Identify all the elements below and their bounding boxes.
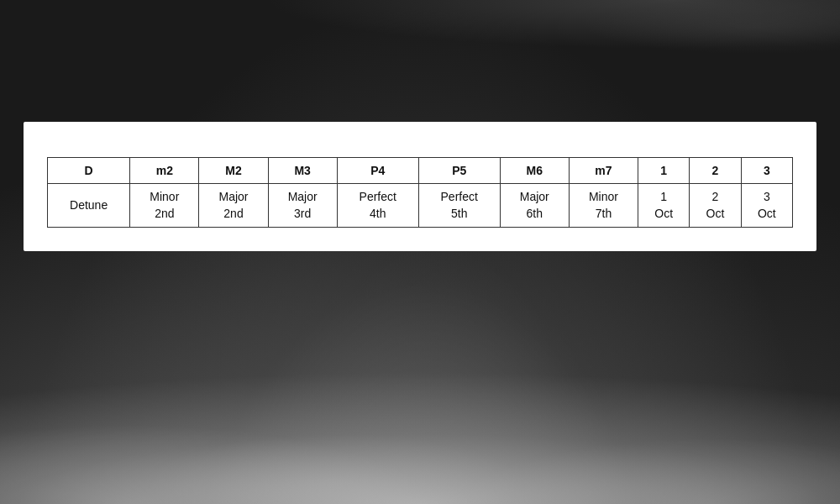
table-row: DetuneMinor2ndMajor2ndMajor3rdPerfect4th… [48, 184, 793, 228]
table-header-cell: M3 [268, 158, 337, 184]
table-header-cell: 2 [690, 158, 741, 184]
table-cell: 2Oct [690, 184, 741, 228]
table-header-cell: m2 [130, 158, 199, 184]
interval-table: Dm2M2M3P4P5M6m7123 DetuneMinor2ndMajor2n… [47, 157, 793, 228]
info-card: Dm2M2M3P4P5M6m7123 DetuneMinor2ndMajor2n… [24, 122, 816, 251]
table-cell: 1Oct [638, 184, 690, 228]
table-header-cell: D [48, 158, 130, 184]
table-cell: Perfect5th [418, 184, 500, 228]
table-header-cell: m7 [569, 158, 638, 184]
table-body: DetuneMinor2ndMajor2ndMajor3rdPerfect4th… [48, 184, 793, 228]
table-cell: Detune [48, 184, 130, 228]
table-cell: Major6th [500, 184, 569, 228]
table-cell: Major3rd [268, 184, 337, 228]
table-header-row: Dm2M2M3P4P5M6m7123 [48, 158, 793, 184]
smoke-top [0, 0, 840, 134]
smoke-bottom [0, 286, 840, 504]
table-header-cell: 3 [741, 158, 792, 184]
table-header-cell: M6 [500, 158, 569, 184]
table-cell: 3Oct [741, 184, 792, 228]
table-cell: Major2nd [199, 184, 268, 228]
table-header: Dm2M2M3P4P5M6m7123 [48, 158, 793, 184]
table-header-cell: P5 [418, 158, 500, 184]
table-cell: Perfect4th [337, 184, 418, 228]
table-header-cell: P4 [337, 158, 418, 184]
table-cell: Minor2nd [130, 184, 199, 228]
table-header-cell: M2 [199, 158, 268, 184]
table-header-cell: 1 [638, 158, 690, 184]
table-cell: Minor7th [569, 184, 638, 228]
